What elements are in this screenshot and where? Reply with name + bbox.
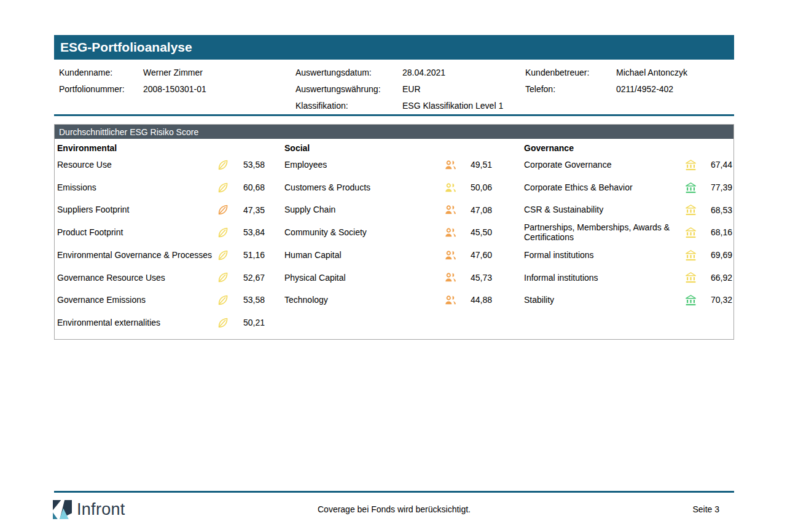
- score-row: Stability 70,32: [524, 289, 732, 311]
- score-row: Corporate Ethics & Behavior 77,39: [524, 176, 732, 199]
- score-label: Informal institutions: [524, 273, 684, 283]
- score-row: Corporate Governance 67,44: [524, 154, 732, 176]
- score-value: 60,68: [235, 182, 265, 192]
- score-table-body: Environmental Resource Use 53,58 Emissio…: [55, 139, 733, 339]
- score-label: Governance Emissions: [57, 295, 217, 305]
- score-label: CSR & Sustainability: [524, 205, 684, 215]
- leaf-icon: [217, 271, 230, 284]
- score-label: Community & Society: [284, 227, 444, 238]
- score-value: 67,44: [703, 160, 732, 170]
- leaf-icon: [217, 316, 230, 329]
- footer-divider-rule: [54, 491, 734, 493]
- kundenbetreuer-value: Michael Antonczyk: [616, 67, 687, 78]
- kundenbetreuer-label: Kundenbetreuer:: [525, 67, 589, 78]
- score-row: Suppliers Footprint 47,35: [57, 198, 265, 221]
- people-icon: [444, 158, 457, 171]
- score-row: Human Capital 47,60: [284, 244, 492, 267]
- klassifikation-label: Klassifikation:: [295, 100, 348, 111]
- score-value: 45,50: [463, 227, 492, 237]
- score-row: Product Footprint 53,84: [57, 221, 265, 244]
- score-table-header: Durchschnittlicher ESG Risiko Score: [55, 125, 733, 139]
- bank-icon: [684, 271, 697, 284]
- score-value: 45,73: [463, 273, 492, 283]
- people-icon: [444, 181, 457, 194]
- people-icon: [444, 249, 457, 262]
- people-icon: [444, 294, 457, 307]
- bank-icon: [684, 249, 697, 262]
- score-label: Supply Chain: [284, 205, 444, 215]
- people-icon: [444, 203, 457, 216]
- score-label: Resource Use: [57, 160, 217, 170]
- kundenname-value: Werner Zimmer: [143, 67, 203, 78]
- environmental-column: Environmental Resource Use 53,58 Emissio…: [57, 143, 265, 334]
- score-value: 66,92: [703, 273, 732, 283]
- score-value: 47,60: [463, 250, 492, 260]
- score-label: Governance Resource Uses: [57, 273, 217, 283]
- esg-score-table: Durchschnittlicher ESG Risiko Score Envi…: [54, 124, 734, 340]
- score-row: Governance Emissions 53,58: [57, 289, 265, 311]
- score-value: 49,51: [463, 160, 492, 170]
- score-row: Resource Use 53,58: [57, 154, 265, 176]
- klassifikation-value: ESG Klassifikation Level 1: [402, 100, 503, 111]
- score-value: 68,16: [703, 227, 732, 237]
- bank-icon: [684, 203, 697, 216]
- score-label: Corporate Ethics & Behavior: [524, 182, 684, 193]
- score-label: Environmental Governance & Processes: [57, 250, 217, 260]
- leaf-icon: [217, 226, 230, 239]
- telefon-value: 0211/4952-402: [616, 84, 673, 95]
- score-label: Technology: [284, 295, 444, 305]
- score-value: 44,88: [463, 295, 492, 305]
- score-value: 47,35: [235, 205, 265, 215]
- auswertungswaehrung-label: Auswertungswährung:: [295, 84, 381, 95]
- social-column: Social Employees 49,51 Customers & Produ…: [284, 143, 492, 311]
- score-value: 69,69: [703, 250, 732, 260]
- score-row: Physical Capital 45,73: [284, 266, 492, 289]
- header-divider-rule: [54, 114, 734, 116]
- bank-icon: [684, 181, 697, 194]
- score-table-title: Durchschnittlicher ESG Risiko Score: [59, 127, 198, 137]
- auswertungsdatum-label: Auswertungsdatum:: [295, 67, 372, 78]
- score-label: Environmental externalities: [57, 318, 217, 328]
- score-label: Employees: [284, 160, 444, 170]
- auswertungsdatum-value: 28.04.2021: [402, 67, 445, 78]
- report-title-bar: ESG-Portfolioanalyse: [54, 35, 734, 60]
- score-value: 50,21: [235, 318, 265, 327]
- score-label: Emissions: [57, 182, 217, 193]
- leaf-icon: [217, 158, 230, 171]
- telefon-label: Telefon:: [525, 84, 555, 95]
- score-row: Partnerships, Memberships, Awards & Cert…: [524, 221, 732, 244]
- bank-icon: [684, 226, 697, 239]
- score-label: Partnerships, Memberships, Awards & Cert…: [524, 222, 684, 243]
- score-value: 50,06: [463, 182, 492, 192]
- leaf-icon: [217, 294, 230, 307]
- score-label: Customers & Products: [284, 182, 444, 193]
- score-value: 77,39: [703, 182, 732, 192]
- score-row: CSR & Sustainability 68,53: [524, 198, 732, 221]
- score-row: Community & Society 45,50: [284, 221, 492, 244]
- score-value: 70,32: [703, 295, 732, 305]
- leaf-icon: [217, 181, 230, 194]
- score-label: Stability: [524, 295, 684, 305]
- score-label: Corporate Governance: [524, 160, 684, 170]
- score-value: 47,08: [463, 205, 492, 215]
- bank-icon: [684, 294, 697, 307]
- score-label: Suppliers Footprint: [57, 205, 217, 215]
- score-value: 68,53: [703, 205, 732, 215]
- governance-column-title: Governance: [524, 143, 732, 154]
- score-label: Physical Capital: [284, 273, 444, 283]
- governance-column: Governance Corporate Governance 67,44 Co…: [524, 143, 732, 311]
- score-row: Environmental externalities 50,21: [57, 311, 265, 334]
- bank-icon: [684, 158, 697, 171]
- score-row: Employees 49,51: [284, 154, 492, 176]
- people-icon: [444, 226, 457, 239]
- score-row: Informal institutions 66,92: [524, 266, 732, 289]
- people-icon: [444, 271, 457, 284]
- score-label: Product Footprint: [57, 227, 217, 238]
- score-row: Customers & Products 50,06: [284, 176, 492, 199]
- auswertungswaehrung-value: EUR: [402, 84, 421, 95]
- score-label: Human Capital: [284, 250, 444, 260]
- environmental-column-title: Environmental: [57, 143, 265, 154]
- score-value: 52,67: [235, 273, 265, 283]
- page-title: ESG-Portfolioanalyse: [60, 40, 192, 55]
- customer-info-block: Kundenname: Werner Zimmer Portfolionumme…: [54, 60, 734, 114]
